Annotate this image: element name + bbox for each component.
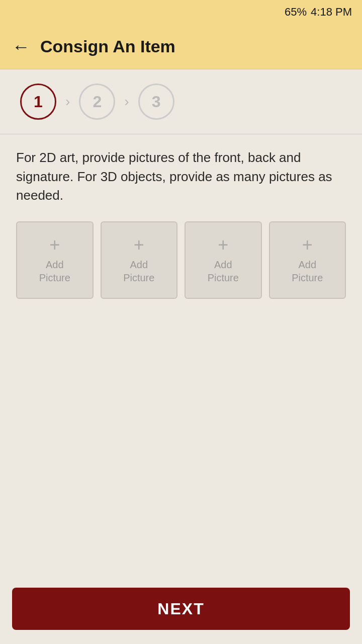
instruction-text: For 2D art, provide pictures of the fron… <box>16 148 346 205</box>
step-2-circle: 2 <box>79 84 115 120</box>
step-1-label: 1 <box>34 93 43 111</box>
step-arrow-1: › <box>65 94 70 110</box>
bottom-bar: NEXT <box>0 580 362 644</box>
main-content: For 2D art, provide pictures of the fron… <box>0 134 362 580</box>
status-bar: 65% 4:18 PM <box>0 0 362 24</box>
picture-slot-3[interactable]: + AddPicture <box>185 221 262 299</box>
back-button[interactable]: ← <box>12 38 30 56</box>
picture-slot-2[interactable]: + AddPicture <box>101 221 178 299</box>
status-icons: 65% 4:18 PM <box>285 6 352 19</box>
battery-text: 65% <box>285 6 307 19</box>
step-3-circle: 3 <box>138 84 174 120</box>
picture-label-4: AddPicture <box>292 258 323 284</box>
picture-label-3: AddPicture <box>208 258 239 284</box>
plus-icon-4: + <box>302 236 313 254</box>
step-3-label: 3 <box>152 93 161 111</box>
picture-slot-1[interactable]: + AddPicture <box>16 221 94 299</box>
app-header: ← Consign An Item <box>0 24 362 69</box>
time-text: 4:18 PM <box>311 6 352 19</box>
picture-slot-4[interactable]: + AddPicture <box>269 221 346 299</box>
step-arrow-2: › <box>124 94 129 110</box>
plus-icon-2: + <box>134 236 144 254</box>
page-title: Consign An Item <box>40 37 175 56</box>
plus-icon-1: + <box>49 236 60 254</box>
next-button[interactable]: NEXT <box>12 588 350 630</box>
step-1-circle: 1 <box>20 84 56 120</box>
step-indicator: 1 › 2 › 3 <box>0 69 362 134</box>
plus-icon-3: + <box>218 236 228 254</box>
step-2-label: 2 <box>93 93 102 111</box>
picture-label-2: AddPicture <box>123 258 154 284</box>
picture-grid: + AddPicture + AddPicture + AddPicture +… <box>16 221 346 299</box>
picture-label-1: AddPicture <box>39 258 70 284</box>
